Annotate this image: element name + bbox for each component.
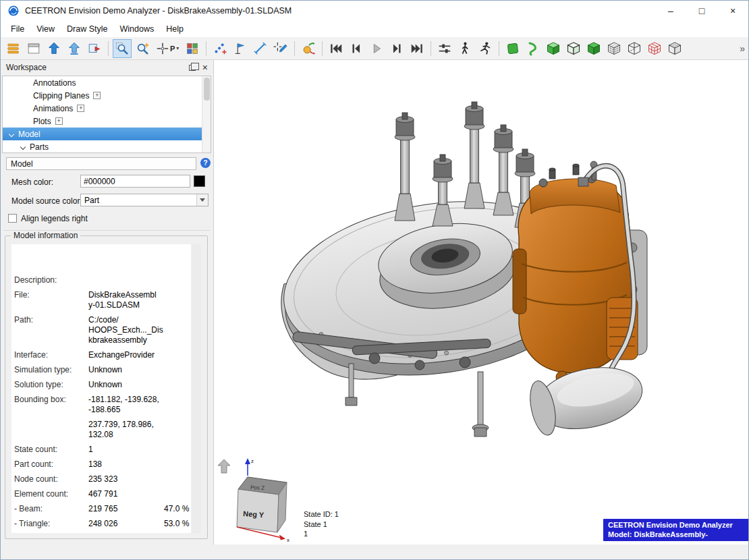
info-label: Description: <box>14 275 88 285</box>
zoom-button[interactable] <box>133 39 152 58</box>
orientation-cube[interactable]: Pos Z Neg Y <box>237 477 287 532</box>
toolbar-separator <box>206 41 206 56</box>
viewport-info-overlay: CEETRON Envision Demo Analyzer Model: Di… <box>603 519 749 541</box>
draw-style-surface-button[interactable] <box>503 39 522 58</box>
next-state-button[interactable] <box>387 39 406 58</box>
draw-style-surface-edges-button[interactable] <box>544 39 563 58</box>
state-number-text: 1 <box>304 529 339 539</box>
draw-style-wireframe-icon <box>626 40 642 57</box>
play-button[interactable] <box>367 39 386 58</box>
tree-item-animations[interactable]: Animations+ <box>3 102 211 115</box>
export-model-icon <box>87 41 102 56</box>
mesh-color-input[interactable] <box>80 175 190 188</box>
tree-scrollbar[interactable] <box>202 76 211 152</box>
add-icon[interactable]: + <box>93 92 101 99</box>
first-state-button[interactable] <box>327 39 345 58</box>
draw-style-mesh-red-button[interactable] <box>645 39 664 58</box>
draw-style-surface-mesh-button[interactable] <box>605 39 623 58</box>
statusbar <box>1 544 748 560</box>
main-menu-button[interactable] <box>4 39 23 58</box>
menu-windows[interactable]: Windows <box>113 22 160 36</box>
open-model-icon <box>67 41 82 56</box>
export-model-button[interactable] <box>85 39 104 58</box>
zoom-window-button[interactable] <box>113 39 132 58</box>
draw-style-hidden-line-button[interactable] <box>564 39 583 58</box>
draw-style-flat-button[interactable] <box>584 39 603 58</box>
tree-item-parts[interactable]: Parts <box>3 140 211 153</box>
mesh-color-swatch[interactable] <box>194 175 205 187</box>
tree-item-clipping-planes[interactable]: Clipping Planes+ <box>3 89 211 102</box>
menu-draw-style[interactable]: Draw Style <box>61 22 113 36</box>
close-button[interactable]: × <box>717 1 748 21</box>
draw-style-grid-button[interactable] <box>665 39 684 58</box>
info-row: Interface:ExchangeProvider <box>14 350 191 360</box>
viewport-layout-button[interactable] <box>183 39 202 58</box>
menu-view[interactable]: View <box>30 22 61 36</box>
tree-item-model[interactable]: Model <box>3 128 211 140</box>
3d-viewport[interactable]: Pos Z Neg Y z x <box>214 60 749 544</box>
model-information-group: Model information Description: File:Disk… <box>5 235 208 539</box>
workspace-sidebar: Workspace × Annotations Clipping Planes+… <box>1 60 214 544</box>
combo-dropdown-button[interactable] <box>196 194 208 206</box>
main-menu-icon <box>6 41 21 56</box>
workspace-panel-button[interactable] <box>24 39 43 58</box>
previous-state-button[interactable] <box>347 39 366 58</box>
fly-mode-button[interactable] <box>476 39 495 58</box>
minimize-button[interactable]: – <box>655 1 686 21</box>
import-model-button[interactable] <box>45 39 63 58</box>
tree-item-annotations[interactable]: Annotations <box>3 76 211 89</box>
info-label: Interface: <box>14 350 88 360</box>
info-value: 138 <box>88 459 164 470</box>
probe-point-icon <box>156 42 169 55</box>
model-source-color-select[interactable]: Part <box>80 194 209 206</box>
info-label: Solution type: <box>14 380 88 390</box>
workspace-panel-icon <box>26 41 41 56</box>
tree-item-plots[interactable]: Plots+ <box>3 115 211 128</box>
align-legends-checkbox[interactable] <box>8 214 17 223</box>
draw-style-wireframe-button[interactable] <box>625 39 644 58</box>
menubar: File View Draw Style Windows Help <box>1 21 748 37</box>
tree-scrollbar-thumb[interactable] <box>204 78 210 101</box>
add-icon[interactable]: + <box>55 117 63 125</box>
measure-button[interactable] <box>251 39 270 58</box>
menu-file[interactable]: File <box>5 22 30 36</box>
info-label: Element count: <box>14 489 88 499</box>
node-flag-button[interactable] <box>231 39 250 58</box>
info-value: 1 <box>88 445 164 455</box>
particle-trace-button[interactable] <box>299 39 318 58</box>
draw-style-surface-edges-icon <box>545 40 561 57</box>
create-node-icon <box>213 41 227 56</box>
open-model-button[interactable] <box>65 39 84 58</box>
draw-style-surface-icon <box>505 40 521 57</box>
state-id-text: State ID: 1 <box>304 509 339 520</box>
align-legends-label: Align legends right <box>21 214 88 223</box>
info-label: Bounding box: <box>14 395 88 415</box>
info-row: Solution type:Unknown <box>14 380 191 390</box>
draw-style-lines-button[interactable] <box>524 39 543 58</box>
axis-x-label: x <box>287 537 289 543</box>
toolbar-overflow-button[interactable]: » <box>740 43 745 54</box>
create-node-button[interactable] <box>211 39 229 58</box>
walk-mode-button[interactable] <box>455 39 474 58</box>
draw-style-mesh-red-icon <box>646 40 663 57</box>
chevron-expanded-icon[interactable] <box>20 144 26 149</box>
draw-style-grid-icon <box>667 40 683 57</box>
probe-point-button[interactable]: P▾ <box>153 39 182 58</box>
chevron-expanded-icon[interactable] <box>9 131 14 136</box>
menu-help[interactable]: Help <box>160 22 190 36</box>
draw-style-hidden-line-icon <box>565 40 582 57</box>
add-icon[interactable]: + <box>77 105 84 112</box>
info-pct: 53.0 % <box>164 519 189 529</box>
pick-pen-button[interactable] <box>271 39 290 58</box>
float-panel-icon[interactable] <box>189 65 196 71</box>
brake-caliper <box>513 161 638 383</box>
info-value: DiskBrakeAssembl y-01.SLDASM <box>88 290 164 310</box>
info-scrollbar[interactable] <box>192 244 201 533</box>
maximize-button[interactable]: □ <box>686 1 717 21</box>
animation-settings-button[interactable] <box>435 39 454 58</box>
pan-up-control[interactable] <box>218 459 230 473</box>
node-flag-icon <box>233 41 248 56</box>
help-button[interactable]: ? <box>200 158 211 168</box>
last-state-button[interactable] <box>408 39 426 58</box>
close-panel-icon[interactable]: × <box>202 63 208 72</box>
